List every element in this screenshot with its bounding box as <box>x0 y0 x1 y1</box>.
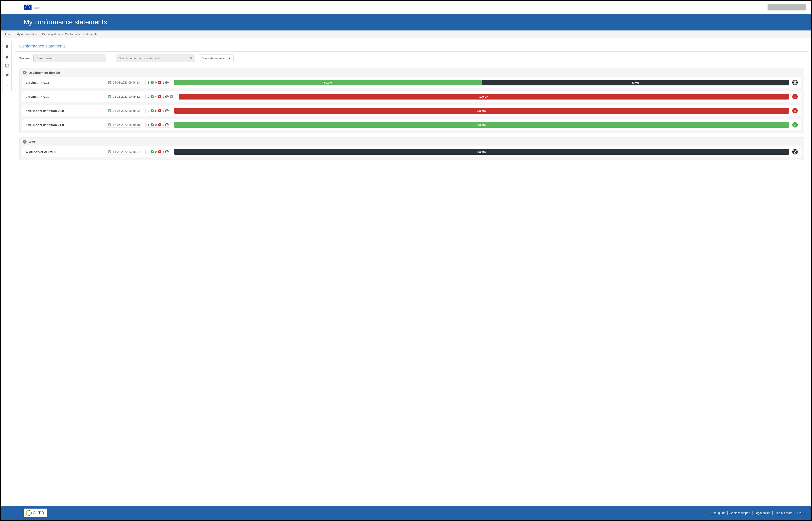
x-icon: ✕ <box>158 150 161 153</box>
footer-link-version[interactable]: 1.21.1 <box>795 511 807 515</box>
progress-segment: 50.0% <box>482 80 789 85</box>
clock-icon: 🕘 <box>108 81 111 84</box>
progress-segment: 100.0% <box>174 108 789 114</box>
group: ▾WMSWMS server API v1.0🕘18-02-2022 13:46… <box>19 137 804 160</box>
group-name: Development domain <box>29 71 60 74</box>
main: » Conformance statements System Demo sys… <box>1 38 811 506</box>
show-statements-button[interactable]: Show statements... ▼ <box>199 54 234 62</box>
ban-icon: ⃠ <box>165 123 168 127</box>
statement-row[interactable]: WMS server API v1.0🕘18-02-2022 13:46:040… <box>22 146 801 157</box>
sidebar: » <box>1 38 13 506</box>
content: Conformance statements System Demo syste… <box>13 38 811 506</box>
skip-count: 0 <box>162 95 164 98</box>
skip-count: 1 <box>162 81 164 84</box>
show-statements-label: Show statements... <box>202 56 226 60</box>
home-icon[interactable] <box>3 42 12 51</box>
statement-name: Service API v1.1 <box>25 81 102 84</box>
panel-title: Conformance statements <box>15 41 808 52</box>
footer-link-legal[interactable]: Legal notice <box>752 511 773 515</box>
progress-bar: 50.0%50.0% <box>174 80 789 85</box>
svg-rect-10 <box>6 75 7 75</box>
ec-bars-icon <box>33 6 41 9</box>
statements: Service API v1.1🕘24-01-2023 09:48:131 ✓ … <box>20 77 804 133</box>
groups: ▾Development domainService API v1.1🕘24-0… <box>15 65 808 163</box>
chevron-down-icon: ▾ <box>23 71 26 74</box>
svg-rect-6 <box>6 73 7 74</box>
svg-point-0 <box>6 55 8 58</box>
counts-pill: 0 ✓ 5 ✕ 0 ⃠ <box>145 108 171 113</box>
divider <box>4 80 10 80</box>
panel-body: System Demo system × Show statements... … <box>15 52 808 163</box>
check-icon: ✓ <box>151 81 154 84</box>
topbar <box>1 1 811 14</box>
timestamp-pill: 🕘24-01-2023 09:48:13 <box>106 80 142 85</box>
footer-brand: GITB <box>24 508 47 517</box>
status-fail-icon: ✕ <box>792 108 798 113</box>
group-header[interactable]: ▾Development domain <box>20 68 804 77</box>
timestamp-value: 24-01-2023 09:48:13 <box>113 81 140 84</box>
timestamp-pill: 🕘12-05-2022 15:59:48 <box>106 122 142 128</box>
system-select[interactable]: Demo system <box>33 54 106 62</box>
footer-link-findout[interactable]: Find out more <box>773 511 795 515</box>
statements: WMS server API v1.0🕘18-02-2022 13:46:040… <box>20 146 804 160</box>
progress-segment: 100.0% <box>179 94 789 99</box>
group: ▾Development domainService API v1.1🕘24-0… <box>19 68 804 133</box>
check-icon: ✓ <box>151 150 154 153</box>
ban-icon: ⃠ <box>165 81 168 84</box>
footer-link-contact[interactable]: Contact support <box>728 511 752 515</box>
statement-name: Service API v1.0 <box>25 95 102 98</box>
statement-row[interactable]: XML model definition v2.0🕘22-06-2023 16:… <box>22 105 801 116</box>
building-icon[interactable] <box>3 70 12 79</box>
list-icon[interactable] <box>3 61 12 70</box>
statement-row[interactable]: XML model definition v1.0🕘12-05-2022 15:… <box>22 119 801 130</box>
badge-icon[interactable] <box>3 53 12 61</box>
statement-row[interactable]: Service API v1.1🕘24-01-2023 09:48:131 ✓ … <box>22 77 801 88</box>
counts-pill: 1 ✓ 0 ✕ 1 ⃠ <box>145 80 171 85</box>
svg-rect-7 <box>7 73 8 74</box>
ban-icon: ⃠ <box>165 109 168 112</box>
svg-line-15 <box>794 151 796 153</box>
timestamp-value: 28-11-2023 10:45:32 <box>113 95 140 98</box>
statement-name: WMS server API v1.0 <box>25 150 102 154</box>
eu-flag-icon <box>24 4 31 10</box>
svg-rect-9 <box>7 74 8 74</box>
filter-row: System Demo system × Show statements... … <box>15 52 808 65</box>
statement-row[interactable]: Service API v1.0🕘28-11-2023 10:45:320 ✓ … <box>22 91 801 102</box>
timestamp-pill: 🕘28-11-2023 10:45:32 <box>106 94 142 99</box>
progress-segment: 100.0% <box>174 149 789 155</box>
expand-sidebar-icon[interactable]: » <box>3 81 12 90</box>
search-wrap: × <box>116 54 195 62</box>
x-icon: ✕ <box>158 81 161 84</box>
sidebar-card: » <box>2 41 12 91</box>
clock-icon: 🕘 <box>108 123 111 127</box>
clear-search-icon[interactable]: × <box>187 55 195 62</box>
search-input[interactable] <box>116 56 187 60</box>
x-icon: ✕ <box>158 123 161 127</box>
progress-bar: 100.0% <box>174 122 789 128</box>
footer-brand-text: GITB <box>33 511 45 515</box>
status-fail-icon: ✕ <box>792 94 798 99</box>
timestamp-value: 18-02-2022 13:46:04 <box>113 150 140 153</box>
status-skip-icon <box>792 80 798 85</box>
gitb-logo-icon <box>26 510 32 516</box>
caret-down-icon: ▼ <box>228 57 231 60</box>
progress-bar: 100.0% <box>174 149 789 155</box>
breadcrumb-system[interactable]: Demo system <box>42 32 60 36</box>
breadcrumb-org[interactable]: My organisation <box>17 32 37 36</box>
ban-icon: ⃠ <box>165 95 168 98</box>
footer-link-user-guide[interactable]: User guide <box>709 511 728 515</box>
chevron-right-icon: › <box>14 32 15 36</box>
statement-name: XML model definition v1.0 <box>25 123 102 127</box>
group-header[interactable]: ▾WMS <box>20 137 804 146</box>
ec-logo <box>24 4 41 10</box>
breadcrumb: Home › My organisation › Demo system › C… <box>1 30 811 38</box>
footer-links: User guide Contact support Legal notice … <box>709 511 807 515</box>
clock-icon: 🕘 <box>108 109 111 112</box>
breadcrumb-home[interactable]: Home <box>4 32 12 36</box>
conformance-panel: Conformance statements System Demo syste… <box>15 41 808 163</box>
status-pass-icon: ✓ <box>792 122 798 128</box>
system-value: Demo system <box>37 56 54 60</box>
plus-icon: + <box>170 95 173 98</box>
footer: GITB User guide Contact support Legal no… <box>1 506 811 520</box>
pass-count: 0 <box>148 95 149 98</box>
